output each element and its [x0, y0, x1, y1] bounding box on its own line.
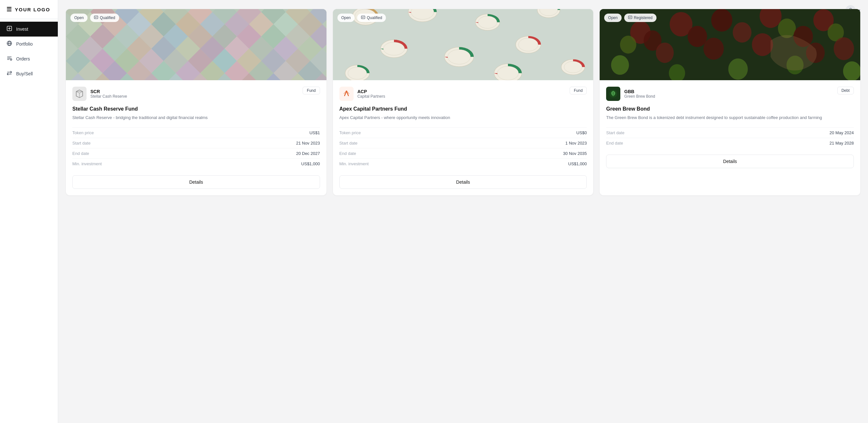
- acp-min-investment-label: Min. investment: [339, 161, 369, 166]
- scr-field-min-investment: Min. investment US$1,000: [72, 159, 320, 169]
- scr-fields: Token price US$1 Start date 21 Nov 2023 …: [72, 128, 320, 169]
- gbb-details-button[interactable]: Details: [606, 154, 854, 168]
- gbb-name-group: GBB Green Brew Bond: [624, 89, 655, 98]
- acp-type-badge: Fund: [569, 87, 587, 94]
- acp-qualified-icon: [361, 15, 365, 20]
- acp-identity: ACP Capital Partners: [339, 87, 385, 101]
- acp-fullname: Capital Partners: [358, 94, 385, 98]
- scr-start-date-label: Start date: [72, 141, 90, 145]
- acp-qualified-label: Qualified: [367, 16, 382, 20]
- portfolio-label: Portfolio: [16, 41, 33, 47]
- acp-badges: Open Qualified: [337, 13, 386, 22]
- sidebar-item-orders[interactable]: Orders: [0, 51, 58, 66]
- gbb-logo: [606, 87, 620, 101]
- scr-end-date-label: End date: [72, 151, 89, 156]
- scr-badge-open: Open: [70, 13, 88, 22]
- gbb-type-badge: Debt: [837, 87, 854, 94]
- gbb-field-end-date: End date 21 May 2028: [606, 138, 854, 148]
- acp-details-button[interactable]: Details: [339, 175, 587, 189]
- svg-point-107: [564, 61, 582, 73]
- acp-fields: Token price US$0 Start date 1 Nov 2023 E…: [339, 128, 587, 169]
- scr-qualified-icon: [94, 15, 98, 20]
- svg-point-93: [478, 16, 497, 28]
- scr-details-button[interactable]: Details: [72, 175, 320, 189]
- acp-logo: [339, 87, 353, 101]
- acp-name-group: ACP Capital Partners: [358, 89, 385, 98]
- gbb-registered-label: Registered: [634, 16, 653, 20]
- acp-token-price-label: Token price: [339, 130, 361, 135]
- acp-open-label: Open: [341, 16, 351, 20]
- gbb-badge-open: Open: [604, 13, 621, 22]
- orders-icon: [6, 55, 12, 62]
- acp-end-date-label: End date: [339, 151, 356, 156]
- scr-field-start-date: Start date 21 Nov 2023: [72, 138, 320, 148]
- svg-point-3: [10, 59, 12, 60]
- gbb-title: Green Brew Bond: [606, 106, 854, 112]
- sidebar-item-portfolio[interactable]: Portfolio: [0, 36, 58, 51]
- sidebar: ☰ YOUR LOGO Invest Portfolio: [0, 0, 58, 423]
- svg-point-99: [447, 50, 470, 64]
- gbb-fullname: Green Brew Bond: [624, 94, 655, 98]
- main-content: ▾: [58, 0, 868, 423]
- scr-end-date-value: 20 Dec 2027: [296, 151, 320, 156]
- scr-type-badge: Fund: [303, 87, 320, 94]
- svg-point-103: [348, 67, 367, 79]
- gbb-end-date-label: End date: [606, 141, 623, 145]
- gbb-open-label: Open: [608, 16, 617, 20]
- scr-body: SCR Stellar Cash Reserve Fund Stellar Ca…: [66, 80, 327, 195]
- portfolio-icon: [6, 40, 12, 48]
- scr-title: Stellar Cash Reserve Fund: [72, 106, 320, 112]
- acp-token-price-value: US$0: [577, 130, 587, 135]
- gbb-badge-registered: Registered: [624, 13, 656, 22]
- card-acp: Open Qualified: [333, 9, 593, 195]
- acp-badge-open: Open: [337, 13, 354, 22]
- acp-field-end-date: End date 30 Nov 2035: [339, 148, 587, 159]
- gbb-header: GBB Green Brew Bond Debt: [606, 87, 854, 101]
- scr-badges: Open Qualified: [70, 13, 119, 22]
- scr-header: SCR Stellar Cash Reserve Fund: [72, 87, 320, 101]
- gbb-ticker: GBB: [624, 89, 655, 94]
- svg-point-105: [497, 66, 519, 80]
- acp-badge-qualified: Qualified: [357, 13, 386, 22]
- scr-qualified-label: Qualified: [100, 16, 115, 20]
- gbb-identity: GBB Green Brew Bond: [606, 87, 655, 101]
- svg-marker-83: [76, 91, 83, 93]
- scr-min-investment-value: US$1,000: [301, 161, 320, 166]
- gbb-field-start-date: Start date 20 May 2024: [606, 128, 854, 138]
- sidebar-item-buysell[interactable]: Buy/Sell: [0, 66, 58, 81]
- svg-point-101: [518, 38, 538, 51]
- card-gbb: Open Registered: [600, 9, 860, 195]
- gbb-end-date-value: 21 May 2028: [830, 141, 854, 145]
- scr-identity: SCR Stellar Cash Reserve: [72, 87, 127, 101]
- acp-end-date-value: 30 Nov 2035: [563, 151, 587, 156]
- sidebar-item-invest[interactable]: Invest: [0, 22, 58, 36]
- hamburger-icon[interactable]: ☰: [6, 6, 12, 13]
- sidebar-nav: Invest Portfolio Orders: [0, 19, 58, 84]
- acp-ticker: ACP: [358, 89, 385, 94]
- scr-token-price-label: Token price: [72, 130, 94, 135]
- scr-min-investment-label: Min. investment: [72, 161, 102, 166]
- buysell-icon: [6, 70, 12, 77]
- acp-start-date-label: Start date: [339, 141, 358, 145]
- acp-title: Apex Capital Partners Fund: [339, 106, 587, 112]
- svg-rect-81: [94, 16, 98, 19]
- acp-header: ACP Capital Partners Fund: [339, 87, 587, 101]
- scr-fullname: Stellar Cash Reserve: [90, 94, 127, 98]
- scr-desc: Stellar Cash Reserve - bridging the trad…: [72, 114, 320, 121]
- scr-field-end-date: End date 20 Dec 2027: [72, 148, 320, 159]
- acp-min-investment-value: US$1,000: [568, 161, 587, 166]
- logo-text: YOUR LOGO: [15, 7, 51, 12]
- orders-label: Orders: [16, 56, 30, 61]
- gbb-badges: Open Registered: [604, 13, 656, 22]
- scr-logo: [72, 87, 87, 101]
- acp-field-token-price: Token price US$0: [339, 128, 587, 138]
- sidebar-logo: ☰ YOUR LOGO: [0, 0, 58, 19]
- acp-body: ACP Capital Partners Fund Apex Capital P…: [333, 80, 593, 195]
- svg-point-130: [728, 59, 748, 80]
- scr-start-date-value: 21 Nov 2023: [296, 141, 320, 145]
- card-gbb-image: Open Registered: [600, 9, 860, 80]
- svg-point-97: [383, 42, 405, 55]
- invest-label: Invest: [16, 27, 28, 32]
- buysell-label: Buy/Sell: [16, 71, 33, 76]
- card-scr-image: Open Qualified: [66, 9, 327, 80]
